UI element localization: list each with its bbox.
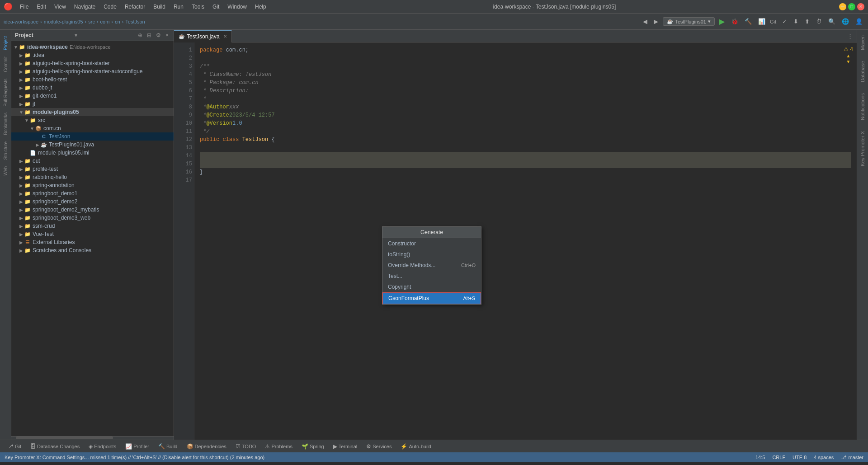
tool-services[interactable]: ⚙ Services — [363, 442, 395, 451]
menu-help[interactable]: Help — [251, 3, 270, 11]
bookmarks-icon[interactable]: Bookmarks — [0, 110, 10, 138]
tree-ext-libs[interactable]: ▶ ☰ External Libraries — [11, 238, 174, 246]
project-collapse-button[interactable]: ⊟ — [146, 32, 153, 39]
menu-navigate[interactable]: Navigate — [71, 3, 99, 11]
status-indent[interactable]: 4 spaces — [814, 455, 834, 460]
project-icon[interactable]: Project — [0, 33, 10, 53]
breadcrumb-workspace[interactable]: idea-workspace — [4, 19, 38, 24]
git-pull-button[interactable]: ⬇ — [792, 17, 800, 26]
minimize-button[interactable]: ─ — [839, 3, 846, 10]
tree-src[interactable]: ▼ 📁 src — [11, 116, 174, 124]
menu-override[interactable]: Override Methods... Ctrl+O — [382, 260, 481, 271]
tool-build[interactable]: 🔨 Build — [155, 442, 181, 451]
git-push-button[interactable]: ⬆ — [803, 17, 811, 26]
menu-build[interactable]: Build — [150, 3, 169, 11]
tool-problems[interactable]: ⚠ Problems — [261, 442, 296, 451]
tool-dependencies[interactable]: 📦 Dependencies — [183, 442, 230, 451]
tool-spring[interactable]: 🌱 Spring — [298, 442, 328, 451]
translate-button[interactable]: 🌐 — [840, 17, 851, 26]
tree-springboot2[interactable]: ▶ 📁 springboot_demo2 — [11, 197, 174, 206]
menu-file[interactable]: File — [16, 3, 32, 11]
tree-ssm[interactable]: ▶ 📁 ssm-crud — [11, 222, 174, 230]
status-encoding[interactable]: UTF-8 — [793, 455, 807, 460]
run-config-selector[interactable]: ☕ TestPlugins01 ▾ — [663, 17, 715, 26]
structure-icon[interactable]: Structure — [0, 139, 10, 163]
menu-git[interactable]: Git — [209, 3, 223, 11]
search-button[interactable]: 🔍 — [826, 17, 837, 26]
tool-autobuild[interactable]: ⚡ Auto-build — [397, 442, 435, 451]
git-check-button[interactable]: ✓ — [780, 17, 789, 26]
tree-idea[interactable]: ▶ 📁 .idea — [11, 51, 174, 59]
breadcrumb-cn[interactable]: cn — [115, 19, 120, 24]
panel-database[interactable]: Database — [858, 56, 867, 88]
menu-constructor[interactable]: Constructor — [382, 238, 481, 249]
tool-profiler[interactable]: 📈 Profiler — [122, 442, 153, 451]
panel-maven[interactable]: Maven — [858, 30, 867, 56]
tool-endpoints[interactable]: ◈ Endpoints — [85, 442, 120, 451]
tree-atguigu2[interactable]: ▶ 📁 atguigu-hello-spring-boot-starter-au… — [11, 67, 174, 75]
tree-profile[interactable]: ▶ 📁 profile-test — [11, 165, 174, 173]
tree-spring-ann[interactable]: ▶ 📁 spring-annotation — [11, 181, 174, 189]
tree-testjson[interactable]: C TestJson — [11, 132, 174, 141]
breadcrumb-module[interactable]: module-plugins05 — [44, 19, 83, 24]
menu-run[interactable]: Run — [170, 3, 187, 11]
tool-git[interactable]: ⎇ Git — [4, 442, 25, 451]
project-hscroll[interactable] — [11, 436, 174, 440]
status-position[interactable]: 14:5 — [755, 455, 765, 460]
close-button[interactable]: ✕ — [857, 3, 864, 10]
gutter-down-arrow[interactable]: ▼ — [846, 59, 851, 64]
menu-test[interactable]: Test... — [382, 271, 481, 282]
coverage-button[interactable]: 📊 — [756, 17, 767, 26]
debug-button[interactable]: 🐞 — [729, 17, 740, 26]
forward-button[interactable]: ▶ — [652, 17, 660, 26]
tab-testjson[interactable]: ☕ TestJson.java ✕ — [174, 30, 232, 42]
tree-testplugins01[interactable]: ▶ ☕ TestPlugins01.java — [11, 141, 174, 149]
panel-key-promoter[interactable]: Key Promoter X — [858, 126, 867, 172]
breadcrumb-com[interactable]: com — [100, 19, 110, 24]
account-button[interactable]: 👤 — [854, 17, 864, 26]
menu-copyright[interactable]: Copyright — [382, 282, 481, 292]
code-editor[interactable]: package com.cn; /** * ClassName: TestJso… — [194, 42, 857, 440]
breadcrumb-src[interactable]: src — [88, 19, 95, 24]
tree-root[interactable]: ▼ 📁 idea-workspace E:\idea-workspace — [11, 43, 174, 51]
status-branch[interactable]: ⎇ master — [841, 455, 863, 460]
tree-iml[interactable]: 📄 module-plugins05.iml — [11, 149, 174, 157]
tree-dubbo[interactable]: ▶ 📁 dubbo-jt — [11, 84, 174, 92]
tree-rabbitmq[interactable]: ▶ 📁 rabbitmq-hello — [11, 173, 174, 181]
gutter-up-arrow[interactable]: ▲ — [846, 53, 851, 58]
tree-springboot2m[interactable]: ▶ 📁 springboot_demo2_mybatis — [11, 206, 174, 214]
menu-tostring[interactable]: toString() — [382, 249, 481, 260]
web-icon[interactable]: Web — [0, 164, 10, 178]
tree-scratches[interactable]: ▶ 📁 Scratches and Consoles — [11, 246, 174, 254]
menu-window[interactable]: Window — [224, 3, 250, 11]
tool-terminal[interactable]: ▶ Terminal — [330, 442, 361, 451]
menu-view[interactable]: View — [51, 3, 70, 11]
tree-springboot1[interactable]: ▶ 📁 springboot_demo1 — [11, 189, 174, 197]
build-button[interactable]: 🔨 — [743, 17, 754, 26]
project-add-button[interactable]: ⊕ — [137, 32, 144, 39]
tree-com-cn[interactable]: ▼ 📦 com.cn — [11, 124, 174, 132]
project-minimize-button[interactable]: × — [164, 32, 170, 39]
menu-refactor[interactable]: Refactor — [121, 3, 149, 11]
status-linesep[interactable]: CRLF — [772, 455, 785, 460]
commit-icon[interactable]: Commit — [0, 54, 10, 75]
tree-atguigu1[interactable]: ▶ 📁 atguigu-hello-spring-boot-starter — [11, 59, 174, 67]
tool-database-changes[interactable]: 🗄 Database Changes — [27, 442, 83, 451]
tree-gitdemo[interactable]: ▶ 📁 git-demo1 — [11, 92, 174, 100]
tree-vue[interactable]: ▶ 📁 Vue-Test — [11, 230, 174, 238]
tree-boot[interactable]: ▶ 📁 boot-hello-test — [11, 75, 174, 84]
run-button[interactable]: ▶ — [717, 16, 726, 27]
tree-module-plugins05[interactable]: ▼ 📁 module-plugins05 — [11, 108, 174, 116]
project-settings-button[interactable]: ⚙ — [155, 32, 162, 39]
git-history-button[interactable]: ⏱ — [814, 17, 824, 26]
menu-edit[interactable]: Edit — [33, 3, 50, 11]
tool-todo[interactable]: ☑ TODO — [232, 442, 260, 451]
tree-out[interactable]: ▶ 📁 out — [11, 157, 174, 165]
maximize-button[interactable]: □ — [848, 3, 855, 10]
tree-springboot3[interactable]: ▶ 📁 springboot_demo3_web — [11, 214, 174, 222]
panel-notifications[interactable]: Notifications — [858, 88, 867, 126]
back-button[interactable]: ◀ — [641, 17, 649, 26]
pull-requests-icon[interactable]: Pull Requests — [0, 76, 10, 109]
tree-jt[interactable]: ▶ 📁 jt — [11, 100, 174, 108]
tab-close-button[interactable]: ✕ — [223, 34, 227, 39]
